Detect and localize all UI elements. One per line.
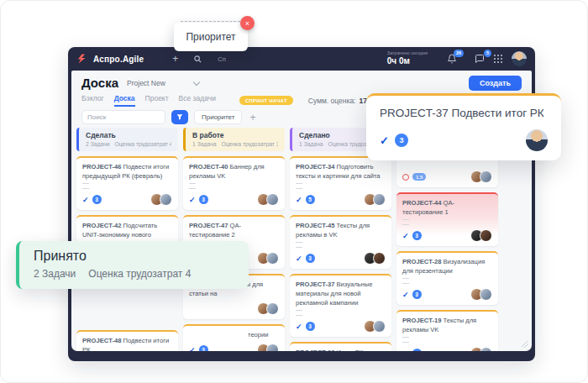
search-icon[interactable] bbox=[193, 55, 202, 64]
add-filter-button[interactable]: + bbox=[249, 113, 255, 123]
description-icon bbox=[296, 183, 302, 189]
avatar bbox=[160, 193, 172, 206]
task-card[interactable]: PROJECT-48 Подвести итоги РК✓3 bbox=[76, 330, 178, 351]
task-id: PROJECT-37 bbox=[296, 281, 334, 288]
checklist-count-badge: 3 bbox=[412, 290, 422, 299]
avatar bbox=[266, 344, 279, 351]
checklist-icon: ✓ bbox=[189, 196, 196, 204]
avatar bbox=[373, 320, 386, 333]
assignee-avatar[interactable] bbox=[526, 129, 548, 151]
project-selector[interactable]: Project New bbox=[127, 79, 199, 87]
column-header[interactable]: Сделать2 ЗадачиОценка трудозатрат 4 bbox=[76, 128, 178, 151]
checklist-count-badge: 3 bbox=[92, 195, 102, 204]
task-preview-popup[interactable]: PROJECT-37 Подвести итог РК ✓ 3 bbox=[366, 93, 561, 160]
page-title: Доска bbox=[81, 76, 118, 90]
apps-grid-icon[interactable] bbox=[494, 55, 496, 56]
checklist-icon: ✓ bbox=[296, 323, 302, 331]
sprint-summary-label: Сумм. оценка: bbox=[308, 97, 356, 105]
messages-icon[interactable]: 5 bbox=[475, 54, 485, 64]
sprint-status-badge: СПРИНТ НАЧАТ bbox=[239, 96, 293, 105]
task-id: PROJECT-34 bbox=[296, 163, 334, 171]
task-popup-footer: ✓ 3 bbox=[380, 129, 548, 151]
task-title: PROJECT-40 Баннер для рекламы VK bbox=[189, 162, 279, 181]
task-card[interactable]: PROJECT-34 Подготовить тексты и картинки… bbox=[290, 156, 391, 210]
tab-all-tasks[interactable]: Все задачи bbox=[179, 94, 216, 107]
page-header: Доска Project New Создать bbox=[71, 71, 532, 91]
column-title: В работе bbox=[192, 131, 278, 139]
funnel-icon bbox=[176, 113, 183, 121]
avatar bbox=[266, 193, 279, 206]
checklist-icon: ✓ bbox=[82, 196, 89, 204]
column-meta: 1 ЗадачаОценка трудозатрат 3 bbox=[192, 141, 278, 147]
notifications-bell-icon[interactable]: 26 bbox=[447, 54, 457, 64]
task-id: PROJECT-47 bbox=[189, 222, 228, 229]
task-title: PROJECT-34 Подготовить тексты и картинки… bbox=[296, 162, 386, 181]
description-icon bbox=[402, 337, 409, 343]
assignee-avatars bbox=[260, 193, 279, 206]
alarm-icon bbox=[402, 174, 409, 181]
task-card[interactable]: PROJECT-46 Подвести итоги предыдущей РК … bbox=[76, 156, 178, 210]
task-card[interactable]: теории✓3 bbox=[183, 324, 285, 351]
task-card[interactable]: PROJECT-45 Тексты для рекламы в VK✓3 bbox=[290, 215, 391, 269]
description-icon bbox=[402, 278, 409, 284]
checklist-count-badge: 3 bbox=[395, 134, 408, 147]
accepted-column-popup: Принято 2 Задачи Оценка трудозатрат 4 bbox=[16, 241, 249, 289]
task-footer: ✓5 bbox=[402, 348, 492, 351]
checklist-icon: ✓ bbox=[380, 134, 389, 147]
task-title: PROJECT-48 Подвести итоги РК bbox=[82, 336, 172, 351]
task-card[interactable]: PROJECT-40 Баннер для рекламы VK✓3 bbox=[183, 156, 285, 210]
brand-name[interactable]: Аспро.Agile bbox=[93, 55, 144, 64]
checklist-icon: ✓ bbox=[296, 254, 302, 263]
column-header[interactable]: В работе1 ЗадачаОценка трудозатрат 3 bbox=[183, 128, 285, 151]
time-tracker-value: 0ч 0м bbox=[387, 56, 428, 67]
task-card[interactable]: PROJECT-23 Итоги РК✓6 bbox=[290, 342, 391, 351]
priority-filter-chip[interactable]: Приоритет bbox=[194, 110, 242, 124]
task-card[interactable]: PROJECT-37 Визуальные материалы для ново… bbox=[290, 274, 391, 337]
user-avatar[interactable] bbox=[512, 51, 527, 66]
search-input[interactable] bbox=[81, 110, 165, 124]
close-icon[interactable]: × bbox=[240, 16, 255, 30]
avatar bbox=[480, 347, 492, 351]
task-card[interactable]: PROJECT-19 Тексты для рекламы VK✓5 bbox=[396, 310, 498, 351]
checklist-icon: ✓ bbox=[402, 291, 409, 299]
tab-project[interactable]: Проект bbox=[145, 94, 169, 107]
annotation-dashed-line bbox=[181, 21, 244, 22]
assignee-avatars bbox=[260, 302, 279, 315]
task-id: PROJECT-28 bbox=[402, 258, 441, 265]
accepted-popup-meta: 2 Задачи Оценка трудозатрат 4 bbox=[34, 268, 249, 280]
description-icon bbox=[189, 183, 196, 189]
avatar bbox=[266, 252, 279, 265]
tab-backlog[interactable]: Бэклог bbox=[81, 94, 104, 107]
avatar bbox=[480, 229, 492, 242]
avatar bbox=[480, 288, 492, 301]
top-navbar: Аспро.Agile + Сп Затрачено сегодня 0ч 0м… bbox=[68, 47, 535, 71]
checklist-count-badge: 5 bbox=[412, 349, 422, 351]
assignee-avatars bbox=[154, 193, 172, 206]
assignee-avatars bbox=[474, 288, 492, 301]
task-card[interactable]: PROJECT-44 QA-тестирование 1✓3 bbox=[396, 192, 498, 246]
task-card[interactable]: PROJECT-28 Визуализация для презентации✓… bbox=[396, 251, 498, 305]
navbar-right: Затрачено сегодня 0ч 0м 26 5 bbox=[387, 50, 527, 66]
checklist-icon: ✓ bbox=[402, 232, 409, 240]
tab-board[interactable]: Доска bbox=[114, 94, 135, 107]
column-estimate: Оценка трудозатрат 4 bbox=[115, 141, 172, 147]
task-id: PROJECT-48 bbox=[82, 337, 121, 344]
avatar bbox=[373, 252, 386, 265]
avatar bbox=[480, 171, 492, 183]
create-button[interactable]: Создать bbox=[469, 76, 522, 91]
filter-button[interactable] bbox=[171, 110, 188, 124]
board-column: Сделать2 ЗадачиОценка трудозатрат 4PROJE… bbox=[76, 128, 178, 351]
resize-handle-icon[interactable] bbox=[522, 341, 528, 348]
task-title: PROJECT-37 Визуальные материалы для ново… bbox=[296, 280, 386, 307]
checklist-count-badge: 3 bbox=[306, 322, 315, 331]
messages-count-badge: 5 bbox=[484, 50, 491, 57]
task-footer bbox=[189, 303, 279, 314]
task-id: PROJECT-44 bbox=[402, 199, 441, 207]
board-column: В работе1 ЗадачаОценка трудозатрат 3PROJ… bbox=[183, 128, 285, 351]
column-estimate: Оценка трудозатрат 3 bbox=[221, 141, 278, 147]
checklist-count-badge: 3 bbox=[199, 345, 208, 351]
time-tracker[interactable]: Затрачено сегодня 0ч 0м bbox=[387, 50, 428, 66]
task-title: PROJECT-47 QA-тестирование 2 bbox=[189, 221, 279, 239]
add-icon[interactable]: + bbox=[172, 54, 178, 64]
column-task-count: 1 Задача bbox=[299, 141, 323, 147]
